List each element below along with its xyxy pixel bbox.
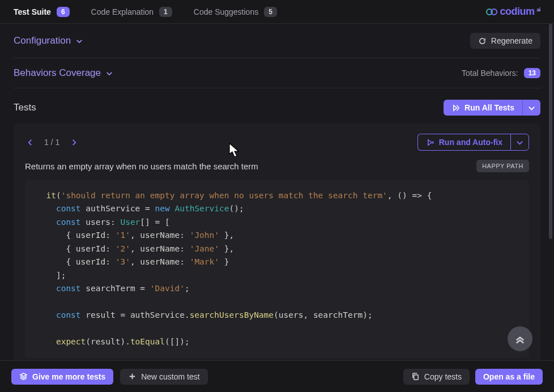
new-custom-test-button[interactable]: New custom test — [120, 369, 207, 385]
pager-prev[interactable] — [25, 138, 35, 147]
tab-label: Code Suggestions — [194, 7, 258, 16]
scroll-to-top-button[interactable] — [508, 326, 532, 351]
open-as-file-button[interactable]: Open as a file — [475, 369, 543, 385]
regenerate-button[interactable]: Regenerate — [470, 33, 540, 49]
total-behaviors: Total Behaviors: 13 — [462, 68, 540, 78]
pager-next[interactable] — [69, 138, 79, 147]
test-pager: 1 / 1 — [25, 138, 79, 147]
footer-bar: Give me more tests New custom test Copy … — [0, 360, 554, 392]
run-all-dropdown[interactable] — [522, 100, 540, 116]
layers-icon — [19, 372, 28, 381]
test-description: Returns an empty array when no users mat… — [25, 161, 258, 171]
scrollbar-thumb[interactable] — [549, 24, 552, 239]
refresh-icon — [478, 37, 487, 45]
chevron-left-icon — [26, 138, 35, 147]
play-fix-icon — [426, 138, 434, 147]
copy-icon — [411, 372, 420, 381]
run-autofix-split: Run and Auto-fix — [417, 134, 529, 151]
behaviors-toggle[interactable]: Behaviors Coverage — [14, 67, 113, 79]
tab-code-suggestions[interactable]: Code Suggestions 5 — [194, 1, 288, 23]
codium-logo: codium ai — [486, 6, 540, 18]
run-all-tests-button[interactable]: Run All Tests — [444, 100, 522, 116]
chevron-double-up-icon — [514, 333, 526, 344]
tab-test-suite[interactable]: Test Suite 6 — [14, 1, 81, 23]
chevron-down-icon — [75, 37, 83, 45]
run-autofix-button[interactable]: Run and Auto-fix — [417, 134, 510, 151]
main-content: Configuration Regenerate Behaviors Cover… — [0, 24, 554, 360]
tab-badge: 5 — [264, 7, 277, 17]
test-code-block[interactable]: it('should return an empty array when no… — [25, 180, 529, 358]
chevron-down-icon — [105, 69, 113, 77]
chevron-down-icon — [515, 138, 524, 147]
configuration-toggle[interactable]: Configuration — [14, 35, 83, 46]
plus-icon — [128, 372, 137, 381]
run-autofix-dropdown[interactable] — [510, 134, 529, 151]
pager-text: 1 / 1 — [44, 138, 59, 147]
tab-badge: 6 — [57, 7, 70, 17]
tests-header: Tests Run All Tests — [14, 88, 540, 123]
tab-badge: 1 — [159, 7, 172, 17]
tab-label: Code Explanation — [91, 7, 154, 16]
tests-title: Tests — [14, 102, 36, 113]
test-tag: HAPPY PATH — [476, 160, 529, 172]
play-all-icon — [451, 104, 460, 112]
tabs-bar: Test Suite 6 Code Explanation 1 Code Sug… — [0, 0, 554, 24]
chevron-down-icon — [527, 104, 536, 112]
scrollbar[interactable] — [549, 24, 552, 360]
run-all-tests-split: Run All Tests — [444, 100, 540, 116]
tab-code-explanation[interactable]: Code Explanation 1 — [91, 1, 184, 23]
test-card: 1 / 1 Run and Auto-fix Returns an empty … — [14, 123, 540, 360]
behaviors-section: Behaviors Coverage Total Behaviors: 13 — [14, 58, 540, 88]
give-more-tests-button[interactable]: Give me more tests — [11, 369, 113, 385]
behaviors-count-badge: 13 — [524, 68, 540, 78]
chevron-right-icon — [70, 138, 78, 147]
tab-label: Test Suite — [14, 7, 51, 16]
copy-tests-button[interactable]: Copy tests — [403, 369, 470, 385]
configuration-section: Configuration Regenerate — [14, 24, 540, 58]
svg-rect-0 — [414, 375, 419, 380]
